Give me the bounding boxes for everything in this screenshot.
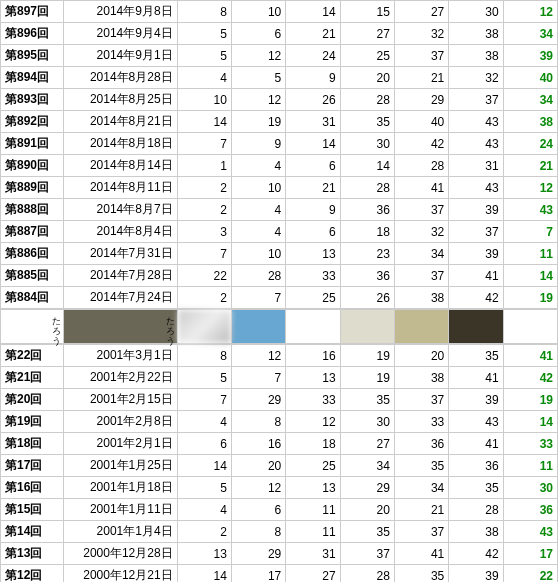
bonus-number: 19 [503, 287, 557, 309]
draw-number-cell: 42 [449, 543, 503, 565]
draw-number-cell: 26 [340, 287, 394, 309]
table-row: 第897回2014年9月8日8101415273012 [1, 1, 558, 23]
draw-number-cell: 25 [286, 287, 340, 309]
draw-number: 第886回 [1, 243, 64, 265]
draw-number-cell: 32 [449, 67, 503, 89]
draw-number-cell: 41 [449, 367, 503, 389]
draw-number-cell: 26 [286, 89, 340, 111]
draw-number-cell: 19 [231, 111, 285, 133]
bonus-number: 12 [503, 177, 557, 199]
bonus-number: 22 [503, 565, 557, 583]
draw-number-cell: 21 [394, 499, 448, 521]
draw-number: 第894回 [1, 67, 64, 89]
draw-number-cell: 14 [177, 111, 231, 133]
draw-number: 第12回 [1, 565, 64, 583]
draw-number-cell: 39 [449, 199, 503, 221]
draw-number-cell: 31 [286, 111, 340, 133]
draw-number-cell: 19 [340, 345, 394, 367]
draw-number-cell: 37 [394, 199, 448, 221]
draw-number-cell: 39 [449, 243, 503, 265]
draw-date: 2014年7月31日 [64, 243, 177, 265]
draw-number-cell: 30 [449, 1, 503, 23]
swatch-cell [177, 310, 231, 344]
draw-number: 第14回 [1, 521, 64, 543]
draw-number: 第895回 [1, 45, 64, 67]
table-row: 第15回2001年1月11日461120212836 [1, 499, 558, 521]
draw-number-cell: 31 [449, 155, 503, 177]
draw-number-cell: 43 [449, 133, 503, 155]
draw-date: 2001年1月18日 [64, 477, 177, 499]
color-swatch [341, 310, 394, 343]
table-row: 第885回2014年7月28日22283336374114 [1, 265, 558, 287]
bonus-number: 40 [503, 67, 557, 89]
draw-number-cell: 13 [286, 367, 340, 389]
draw-number-cell: 7 [177, 389, 231, 411]
draw-date: 2014年8月14日 [64, 155, 177, 177]
draw-number-cell: 28 [394, 155, 448, 177]
draw-date: 2000年12月21日 [64, 565, 177, 583]
draw-number: 第889回 [1, 177, 64, 199]
draw-number-cell: 41 [394, 543, 448, 565]
draw-number-cell: 35 [394, 455, 448, 477]
draw-date: 2001年2月22日 [64, 367, 177, 389]
draw-number-cell: 19 [340, 367, 394, 389]
draw-number-cell: 30 [340, 411, 394, 433]
draw-number-cell: 34 [340, 455, 394, 477]
draw-number-cell: 9 [286, 199, 340, 221]
bonus-number: 43 [503, 199, 557, 221]
draw-number-cell: 25 [340, 45, 394, 67]
swatch-cell: たろう [1, 310, 64, 344]
draw-number-cell: 35 [449, 477, 503, 499]
draw-date: 2014年8月28日 [64, 67, 177, 89]
draw-number-cell: 36 [449, 455, 503, 477]
draw-number-cell: 32 [394, 23, 448, 45]
draw-number-cell: 27 [340, 433, 394, 455]
draw-number-cell: 5 [177, 45, 231, 67]
draw-number-cell: 12 [231, 45, 285, 67]
draw-number-cell: 14 [177, 455, 231, 477]
color-swatch [395, 310, 448, 343]
draw-number-cell: 36 [394, 433, 448, 455]
draw-number-cell: 37 [394, 265, 448, 287]
draw-number-cell: 23 [340, 243, 394, 265]
draw-number-cell: 37 [449, 89, 503, 111]
draw-number: 第16回 [1, 477, 64, 499]
draw-number-cell: 39 [449, 389, 503, 411]
color-swatch [504, 310, 557, 343]
draw-number: 第890回 [1, 155, 64, 177]
draw-number: 第13回 [1, 543, 64, 565]
lottery-table-lower: 第22回2001年3月1日8121619203541第21回2001年2月22日… [0, 344, 558, 582]
color-swatch [286, 310, 339, 343]
draw-number-cell: 28 [340, 177, 394, 199]
draw-number-cell: 13 [177, 543, 231, 565]
draw-number-cell: 14 [286, 1, 340, 23]
swatch-cell [286, 310, 340, 344]
draw-number-cell: 29 [340, 477, 394, 499]
swatch-cell [449, 310, 503, 344]
draw-number-cell: 27 [286, 565, 340, 583]
draw-number-cell: 16 [286, 345, 340, 367]
draw-number-cell: 18 [340, 221, 394, 243]
table-row: 第18回2001年2月1日6161827364133 [1, 433, 558, 455]
swatch-row: たろうたろう [0, 309, 558, 344]
draw-number-cell: 12 [231, 477, 285, 499]
draw-number-cell: 7 [177, 243, 231, 265]
draw-number-cell: 3 [177, 221, 231, 243]
bonus-number: 7 [503, 221, 557, 243]
table-row: 第886回2014年7月31日7101323343911 [1, 243, 558, 265]
bonus-number: 14 [503, 411, 557, 433]
draw-number: 第17回 [1, 455, 64, 477]
table-row: 第894回2014年8月28日45920213240 [1, 67, 558, 89]
draw-number-cell: 33 [286, 389, 340, 411]
draw-number-cell: 33 [286, 265, 340, 287]
draw-number-cell: 6 [286, 221, 340, 243]
swatch-label: たろう [164, 310, 177, 340]
color-swatch [449, 310, 502, 343]
color-swatch: たろう [64, 310, 176, 343]
draw-number-cell: 28 [340, 89, 394, 111]
draw-number-cell: 16 [231, 433, 285, 455]
draw-number-cell: 7 [231, 287, 285, 309]
draw-number-cell: 20 [340, 499, 394, 521]
table-row: 第887回2014年8月4日3461832377 [1, 221, 558, 243]
swatch-cell: たろう [64, 310, 177, 344]
